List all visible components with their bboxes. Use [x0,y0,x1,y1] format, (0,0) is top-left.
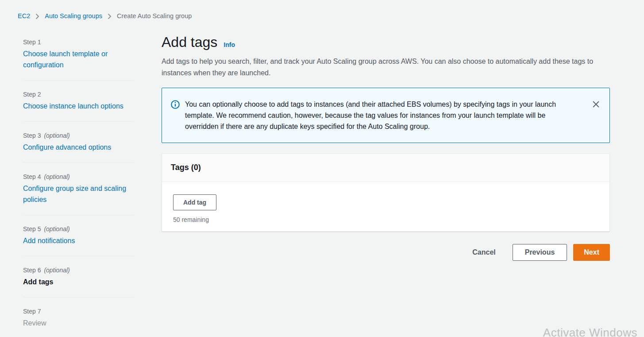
tags-panel-header: Tags (0) [162,154,609,182]
wizard-footer-actions: Cancel Previous Next [162,244,610,261]
sidebar-step-7: Step 7 Review [23,298,134,337]
activate-windows-watermark: Activate Windows [543,326,637,337]
step-number-label: Step 3 (optional) [23,132,134,139]
sidebar-step-3: Step 3 (optional) Configure advanced opt… [23,122,134,163]
step-number-label: Step 4 (optional) [23,173,134,181]
sidebar-step-5: Step 5 (optional) Add notifications [23,215,134,256]
tags-remaining-count: 50 remaining [173,216,598,223]
breadcrumb: EC2 Auto Scaling groups Create Auto Scal… [0,0,644,19]
step-number-label: Step 6 (optional) [23,266,134,274]
step-number-label: Step 2 [23,90,134,98]
sidebar-step-4-link[interactable]: Configure group size and scaling policie… [23,183,134,205]
info-link[interactable]: Info [224,41,235,48]
info-alert: You can optionally choose to add tags to… [162,88,610,143]
tags-panel-title: Tags (0) [171,163,601,172]
sidebar-step-6-current: Step 6 (optional) Add tags [23,256,134,298]
close-icon[interactable] [590,99,602,110]
tags-panel-body: Add tag 50 remaining [162,182,609,231]
chevron-right-icon [35,13,39,19]
content-row: Step 1 Choose launch template or configu… [0,32,644,337]
main-content: Add tags Info Add tags to help you searc… [162,32,610,261]
breadcrumb-link-ec2[interactable]: EC2 [18,12,30,19]
alert-message: You can optionally choose to add tags to… [185,99,590,132]
sidebar-step-2: Step 2 Choose instance launch options [23,81,134,122]
sidebar-step-1-link[interactable]: Choose launch template or configuration [23,48,134,70]
sidebar-step-4: Step 4 (optional) Configure group size a… [23,163,134,215]
step-number-label: Step 7 [23,307,134,315]
sidebar-step-5-link[interactable]: Add notifications [23,235,134,246]
wizard-steps-sidebar: Step 1 Choose launch template or configu… [23,32,134,337]
chevron-right-icon [108,13,112,19]
breadcrumb-current: Create Auto Scaling group [117,12,192,19]
sidebar-step-7-title: Review [23,318,134,329]
sidebar-step-3-link[interactable]: Configure advanced options [23,142,134,153]
previous-button[interactable]: Previous [513,244,567,261]
cancel-button[interactable]: Cancel [472,245,495,260]
page-title: Add tags [162,33,217,51]
next-button[interactable]: Next [573,244,610,261]
step-number-label: Step 1 [23,38,134,46]
tags-panel: Tags (0) Add tag 50 remaining [162,153,610,232]
sidebar-step-2-link[interactable]: Choose instance launch options [23,101,134,112]
title-row: Add tags Info [162,33,610,51]
step-number-label: Step 5 (optional) [23,225,134,233]
breadcrumb-link-auto-scaling-groups[interactable]: Auto Scaling groups [45,12,102,19]
sidebar-step-6-title: Add tags [23,276,134,287]
add-tag-button[interactable]: Add tag [173,194,216,210]
sidebar-step-1: Step 1 Choose launch template or configu… [23,32,134,81]
info-icon [171,100,180,111]
page-description: Add tags to help you search, filter, and… [162,56,600,79]
